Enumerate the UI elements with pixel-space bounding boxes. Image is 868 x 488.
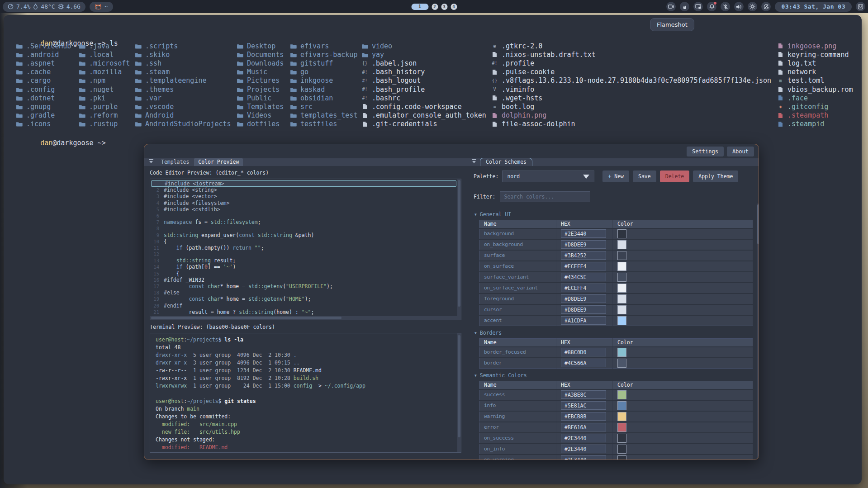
ls-column: .scripts.skiko.ssh.steam.templateengine.… — [135, 42, 231, 128]
file-entry: inkgoose.png — [777, 42, 853, 50]
color-swatch[interactable] — [617, 251, 626, 260]
file-entry: templates_test — [290, 111, 357, 120]
file-entry: V.viminfo — [491, 85, 771, 94]
brightness-icon[interactable] — [748, 2, 757, 11]
hex-value-field[interactable]: #3B4252 — [561, 251, 606, 260]
flameshot-tray-icon[interactable] — [680, 2, 689, 11]
file-entry: #!.profile — [491, 59, 771, 67]
hex-value-field[interactable]: #A1CDFA — [561, 316, 606, 325]
schemes-vertical-scrollbar[interactable] — [757, 204, 759, 458]
color-swatch[interactable] — [617, 284, 626, 293]
hex-value-field[interactable]: #434C5E — [561, 273, 606, 281]
notifications-icon[interactable] — [707, 2, 716, 11]
color-swatch[interactable] — [617, 455, 626, 460]
hex-value-field[interactable]: #2E3440 — [561, 455, 606, 460]
section-header[interactable]: ▼General UI — [474, 211, 753, 218]
bluetooth-off-icon[interactable] — [721, 2, 730, 11]
file-name: .config.code-workspace — [372, 103, 462, 111]
tab-templates[interactable]: Templates — [157, 158, 193, 166]
color-name: info — [479, 400, 556, 411]
save-button[interactable]: Save — [633, 171, 656, 182]
folder-icon — [16, 43, 23, 49]
file-name: .pki — [89, 94, 105, 102]
theme-editor-window: Settings About Templates Color Preview C… — [144, 144, 759, 460]
color-swatch[interactable] — [617, 240, 626, 249]
hex-value-field[interactable]: #A3BE8C — [561, 390, 606, 399]
delete-button[interactable]: Delete — [660, 171, 690, 182]
new-palette-button[interactable]: + New — [602, 171, 629, 182]
screen-lock-icon[interactable] — [693, 2, 703, 11]
workspace-button-2[interactable]: 2 — [432, 4, 438, 10]
volume-icon[interactable] — [734, 2, 744, 11]
color-swatch[interactable] — [617, 423, 626, 432]
file-name: test.toml — [787, 76, 824, 85]
settings-button[interactable]: Settings — [687, 147, 724, 156]
terminal-line: modified: README.md — [156, 444, 455, 451]
file-name: .scripts — [145, 42, 178, 50]
file-entry: ◆.gitconfig — [777, 102, 853, 111]
color-swatch[interactable] — [617, 401, 626, 410]
code-line: 15 { — [150, 270, 457, 277]
panel-menu-icon[interactable] — [149, 158, 153, 165]
color-swatch[interactable] — [617, 262, 626, 271]
file-name: .profile — [502, 59, 534, 67]
hex-value-field[interactable]: #ECEFF4 — [561, 262, 606, 270]
camera-icon[interactable] — [666, 2, 676, 11]
color-swatch[interactable] — [617, 316, 626, 325]
clock[interactable]: 03:43 Sat, Jan 03 — [775, 2, 852, 12]
folder-icon — [16, 113, 23, 118]
hex-value-field[interactable]: #BF616A — [561, 423, 606, 431]
panel-menu-icon[interactable] — [472, 158, 476, 165]
hex-value-field[interactable]: #2E3440 — [561, 229, 606, 238]
hex-value-field[interactable]: #D8DEE9 — [561, 305, 606, 314]
code-line: 21 result = home ? std::string(home) : "… — [150, 309, 457, 315]
hex-value-field[interactable]: #D8DEE9 — [561, 240, 606, 249]
tab-color-schemes[interactable]: Color Schemes — [480, 158, 532, 166]
tray-widget-icon[interactable] — [856, 2, 865, 11]
color-swatch[interactable] — [617, 434, 626, 443]
code-vertical-scrollbar[interactable] — [457, 179, 461, 320]
color-row: accent#A1CDFA — [479, 315, 753, 326]
column-header: Name — [479, 339, 556, 347]
file-entry: .aspnet — [16, 59, 71, 67]
hex-value-field[interactable]: #4C566A — [561, 359, 606, 367]
code-horizontal-scrollbar[interactable] — [150, 316, 457, 320]
color-swatch[interactable] — [617, 348, 626, 357]
file-name: Projects — [247, 85, 280, 94]
section-header[interactable]: ▼Semantic Colors — [474, 372, 753, 379]
color-swatch[interactable] — [617, 229, 626, 238]
night-light-icon[interactable] — [761, 2, 771, 11]
hex-value-field[interactable]: #ECEFF4 — [561, 284, 606, 292]
about-button[interactable]: About — [727, 147, 754, 156]
hex-value-field[interactable]: #EBCB8B — [561, 412, 606, 421]
hex-value-field[interactable]: #2E3440 — [561, 434, 606, 442]
hex-value-field[interactable]: #88C0D0 — [561, 348, 606, 356]
file-name: AndroidStudioProjects — [145, 120, 231, 128]
hex-value-field[interactable]: #D8DEE9 — [561, 294, 606, 303]
collapse-triangle-icon: ▼ — [474, 331, 477, 335]
color-swatch[interactable] — [617, 305, 626, 314]
tab-color-preview[interactable]: Color Preview — [194, 158, 243, 166]
color-swatch[interactable] — [617, 445, 626, 454]
folder-icon — [237, 69, 243, 75]
folder-icon — [290, 95, 297, 101]
hex-value-field[interactable]: #5E81AC — [561, 401, 606, 410]
workspace-button-3[interactable]: 3 — [441, 4, 447, 10]
hex-value-field[interactable]: #2E3440 — [561, 445, 606, 453]
color-swatch[interactable] — [617, 273, 626, 282]
color-swatch[interactable] — [617, 294, 626, 303]
workspace-button-4[interactable]: 4 — [451, 4, 457, 10]
filter-input[interactable] — [500, 191, 590, 202]
apply-theme-button[interactable]: Apply Theme — [693, 171, 738, 182]
file-entry: vbios_backup.rom — [777, 85, 853, 94]
section-header[interactable]: ▼Borders — [474, 330, 753, 336]
file-entry: dolphin.png — [491, 111, 771, 120]
color-swatch[interactable] — [617, 390, 626, 399]
active-window-pill[interactable]: >_ ~ — [90, 2, 113, 12]
palette-select[interactable]: nord — [502, 171, 594, 182]
color-swatch[interactable] — [617, 412, 626, 421]
file-entry: .ServiceHub — [16, 42, 71, 50]
workspace-button-1[interactable]: 1 — [411, 4, 428, 10]
terminal-vertical-scrollbar[interactable] — [457, 333, 461, 452]
color-swatch[interactable] — [617, 359, 626, 368]
